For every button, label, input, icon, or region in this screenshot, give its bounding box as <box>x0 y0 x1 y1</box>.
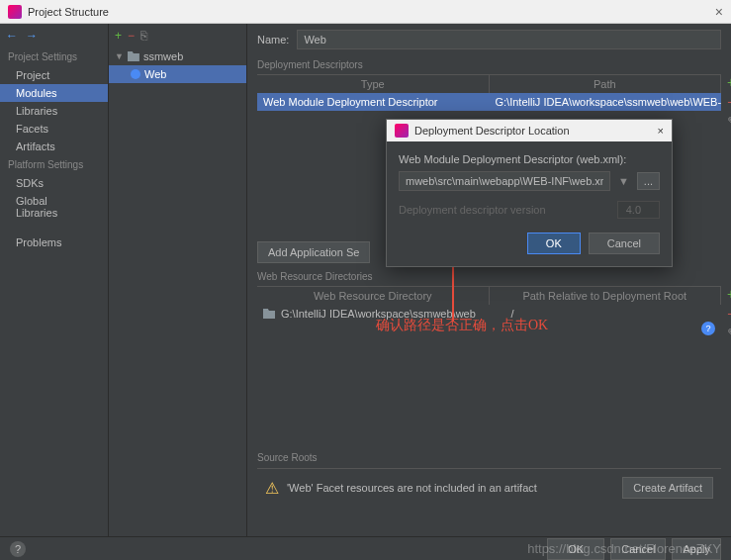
name-label: Name: <box>257 34 289 46</box>
dialog-titlebar: Deployment Descriptor Location × <box>387 120 672 141</box>
folder-icon <box>263 309 275 319</box>
folder-icon <box>128 51 139 61</box>
content-pane: Name: Deployment Descriptors Type Path W… <box>247 24 731 536</box>
dialog-close-icon[interactable]: × <box>658 125 664 137</box>
version-label: Deployment descriptor version <box>399 204 546 216</box>
help-button[interactable]: ? <box>10 541 26 557</box>
add-resource-icon[interactable]: + <box>727 286 731 302</box>
remove-resource-icon[interactable]: − <box>727 306 731 322</box>
add-app-server-button[interactable]: Add Application Se <box>257 241 370 263</box>
td-type: Web Module Deployment Descriptor <box>257 93 490 111</box>
sidebar-item-artifacts[interactable]: Artifacts <box>0 138 108 155</box>
deploy-table-row[interactable]: Web Module Deployment Descriptor G:\Inte… <box>257 93 721 111</box>
close-icon[interactable]: × <box>715 4 723 20</box>
source-roots-label: Source Roots <box>257 452 318 463</box>
dropdown-icon[interactable]: ▼ <box>614 175 633 187</box>
tree-root[interactable]: ▼ ssmweb <box>109 47 246 65</box>
remove-descriptor-icon[interactable]: − <box>727 94 731 110</box>
resource-table-header: Web Resource Directory Path Relative to … <box>257 286 721 305</box>
sidebar-item-problems[interactable]: Problems <box>0 233 108 251</box>
tree-child-web[interactable]: Web <box>109 65 246 83</box>
module-tree: + − ⎘ ▼ ssmweb Web <box>109 24 247 536</box>
edit-resource-icon[interactable]: ✎ <box>727 326 731 341</box>
help-icon[interactable]: ? <box>701 322 715 335</box>
section-project-settings: Project Settings <box>0 47 108 66</box>
app-icon <box>8 5 22 19</box>
web-icon <box>131 69 140 79</box>
deploy-section-label: Deployment Descriptors <box>257 59 721 70</box>
section-platform-settings: Platform Settings <box>0 155 108 174</box>
tree-child-label: Web <box>144 68 166 80</box>
deployment-descriptor-dialog: Deployment Descriptor Location × Web Mod… <box>386 119 673 267</box>
th-rel: Path Relative to Deployment Root <box>490 287 722 305</box>
create-artifact-button[interactable]: Create Artifact <box>622 477 713 499</box>
titlebar: Project Structure × <box>0 0 731 24</box>
sidebar: ← → Project Settings Project Modules Lib… <box>0 24 109 536</box>
annotation-text: 确认路径是否正确，点击OK <box>376 317 548 334</box>
sidebar-item-global-libs[interactable]: Global Libraries <box>0 192 108 222</box>
warning-icon: ⚠ <box>265 479 279 498</box>
add-descriptor-icon[interactable]: + <box>727 74 731 90</box>
sidebar-item-project[interactable]: Project <box>0 66 108 84</box>
th-type: Type <box>257 75 490 93</box>
sidebar-item-sdks[interactable]: SDKs <box>0 174 108 192</box>
add-icon[interactable]: + <box>115 29 122 43</box>
window-title: Project Structure <box>28 6 109 18</box>
version-select[interactable]: 4.0 <box>617 201 660 219</box>
dialog-ok-button[interactable]: OK <box>527 233 581 254</box>
dialog-cancel-button[interactable]: Cancel <box>589 233 660 254</box>
chevron-down-icon: ▼ <box>115 51 124 61</box>
warning-bar: ⚠ 'Web' Facet resources are not included… <box>257 468 721 507</box>
remove-icon[interactable]: − <box>128 29 135 43</box>
dialog-path-input[interactable] <box>399 171 610 191</box>
warning-text: 'Web' Facet resources are not included i… <box>287 482 537 494</box>
dialog-title-text: Deployment Descriptor Location <box>414 125 570 137</box>
sidebar-item-modules[interactable]: Modules <box>0 84 108 102</box>
td-path: G:\IntelliJ IDEA\workspace\ssmweb\web\WE… <box>490 93 722 111</box>
browse-button[interactable]: ... <box>637 172 660 190</box>
sidebar-item-facets[interactable]: Facets <box>0 120 108 138</box>
deploy-table-header: Type Path <box>257 74 721 93</box>
watermark: https://blog.csdn.net/FlorenceZKY <box>527 541 721 556</box>
back-icon[interactable]: ← <box>6 29 18 43</box>
copy-icon[interactable]: ⎘ <box>140 29 147 43</box>
resource-section-label: Web Resource Directories <box>257 271 721 282</box>
dialog-path-label: Web Module Deployment Descriptor (web.xm… <box>399 153 660 165</box>
edit-descriptor-icon[interactable]: ✎ <box>727 114 731 130</box>
name-input[interactable] <box>297 30 721 49</box>
tree-root-label: ssmweb <box>143 50 183 62</box>
dialog-icon <box>395 124 409 138</box>
th-path: Path <box>490 75 722 93</box>
forward-icon[interactable]: → <box>26 29 38 43</box>
sidebar-item-libraries[interactable]: Libraries <box>0 102 108 120</box>
